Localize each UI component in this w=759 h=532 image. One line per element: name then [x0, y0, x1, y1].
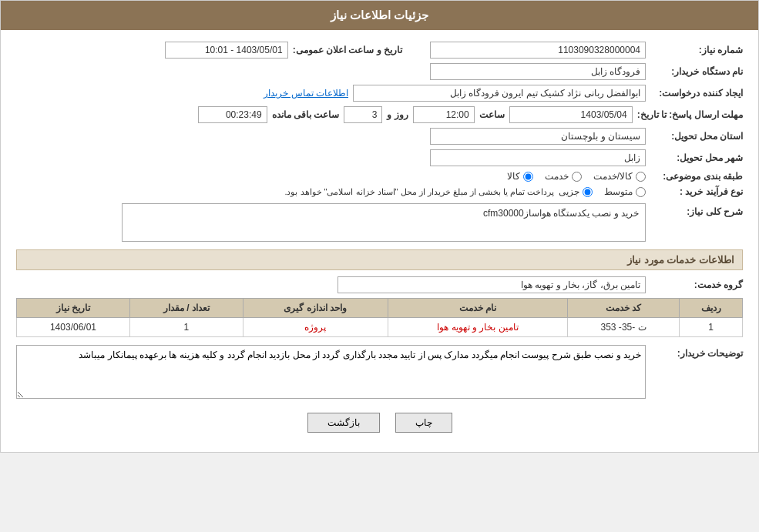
row-buyer-notes: توضیحات خریدار:	[16, 345, 743, 401]
need-number-value: 1103090328000004	[430, 42, 646, 59]
radio-goods-label: کالا	[507, 171, 520, 182]
reply-time-label: ساعت	[479, 109, 505, 120]
city-value: زابل	[430, 149, 646, 166]
page-content: شماره نیاز: 1103090328000004 تاریخ و ساع…	[1, 30, 758, 452]
cell-date: 1403/06/01	[17, 318, 130, 337]
col-row: ردیف	[680, 299, 743, 318]
need-description-label: شرح کلی نیاز:	[650, 206, 743, 217]
remaining-value: 00:23:49	[198, 106, 267, 123]
announce-value: 1403/05/01 - 10:01	[165, 42, 288, 59]
buyer-station-label: نام دستگاه خریدار:	[650, 66, 743, 77]
province-value: سیستان و بلوچستان	[430, 128, 646, 145]
reply-days-label: روز و	[387, 109, 408, 120]
print-button[interactable]: چاپ	[395, 413, 452, 433]
province-label: استان محل تحویل:	[650, 131, 743, 142]
buyer-station-value: فرودگاه زابل	[430, 63, 646, 80]
cell-row: 1	[680, 318, 743, 337]
col-code: کد خدمت	[568, 299, 680, 318]
radio-medium-input[interactable]	[636, 187, 646, 197]
row-service-group: گروه خدمت: تامین برق، گاز، بخار و تهویه …	[16, 276, 743, 293]
need-number-label: شماره نیاز:	[650, 45, 743, 55]
remaining-label: ساعت باقی مانده	[272, 109, 340, 120]
row-buyer-station: نام دستگاه خریدار: فرودگاه زابل	[16, 63, 743, 80]
need-description-container: خرید و نصب یکدستگاه هواسازcfm30000	[16, 203, 646, 242]
radio-service[interactable]: خدمت	[545, 171, 582, 182]
row-purchase-type: نوع فرآیند خرید : متوسط جزیی پرداخت تمام…	[16, 186, 743, 197]
radio-service-input[interactable]	[572, 172, 582, 182]
col-quantity: تعداد / مقدار	[129, 299, 243, 318]
col-unit: واحد اندازه گیری	[243, 299, 388, 318]
cell-service: تامین بخار و تهویه هوا	[388, 318, 567, 337]
col-service: نام خدمت	[388, 299, 567, 318]
radio-goods-input[interactable]	[523, 172, 533, 182]
radio-goods-service-input[interactable]	[636, 172, 646, 182]
page-header: جزئیات اطلاعات نیاز	[1, 1, 758, 30]
service-group-label: گروه خدمت:	[650, 279, 743, 290]
radio-partial-label: جزیی	[559, 186, 579, 197]
purchase-type-note: پرداخت تمام یا بخشی از مبلغ خریدار از مح…	[284, 187, 554, 197]
row-need-number: شماره نیاز: 1103090328000004 تاریخ و ساع…	[16, 42, 743, 59]
need-description-value: خرید و نصب یکدستگاه هواسازcfm30000	[122, 203, 646, 242]
radio-medium[interactable]: متوسط	[604, 186, 646, 197]
radio-goods-service[interactable]: کالا/خدمت	[593, 171, 646, 182]
col-date: تاریخ نیاز	[17, 299, 130, 318]
main-container: جزئیات اطلاعات نیاز شماره نیاز: 11030903…	[0, 0, 759, 453]
buyer-notes-textarea[interactable]	[16, 345, 646, 399]
services-table: ردیف کد خدمت نام خدمت واحد اندازه گیری ت…	[16, 298, 743, 337]
row-city: شهر محل تحویل: زابل	[16, 149, 743, 166]
row-province: استان محل تحویل: سیستان و بلوچستان	[16, 128, 743, 145]
requester-label: ایجاد کننده درخواست:	[650, 88, 743, 99]
buttons-row: چاپ بازگشت	[16, 413, 743, 433]
reply-date-value: 1403/05/04	[509, 106, 633, 123]
row-category: طبقه بندی موضوعی: کالا/خدمت خدمت کالا	[16, 171, 743, 182]
cell-code: ت -35- 353	[568, 318, 680, 337]
row-requester: ایجاد کننده درخواست: ابوالفضل ربانی نژاد…	[16, 85, 743, 102]
table-row: 1 ت -35- 353 تامین بخار و تهویه هوا پروژ…	[17, 318, 743, 337]
row-need-description: شرح کلی نیاز: خرید و نصب یکدستگاه هواساز…	[16, 203, 743, 242]
radio-medium-label: متوسط	[604, 186, 633, 197]
purchase-type-label: نوع فرآیند خرید :	[650, 186, 743, 197]
radio-partial-input[interactable]	[583, 187, 593, 197]
back-button[interactable]: بازگشت	[307, 413, 380, 433]
purchase-type-radio-group: متوسط جزیی	[559, 186, 646, 197]
category-label: طبقه بندی موضوعی:	[650, 171, 743, 182]
service-group-value: تامین برق، گاز، بخار و تهویه هوا	[338, 276, 646, 293]
buyer-notes-container	[16, 345, 646, 401]
radio-service-label: خدمت	[545, 171, 569, 182]
services-section-title: اطلاعات خدمات مورد نیاز	[16, 249, 743, 270]
header-title: جزئیات اطلاعات نیاز	[331, 8, 428, 22]
requester-value: ابوالفضل ربانی نژاد کشیک تیم ایرون فرودگ…	[353, 85, 646, 102]
announce-label: تاریخ و ساعت اعلان عمومی:	[293, 45, 402, 55]
radio-partial[interactable]: جزیی	[559, 186, 593, 197]
city-label: شهر محل تحویل:	[650, 152, 743, 163]
contact-link[interactable]: اطلاعات تماس خریدار	[264, 88, 348, 99]
radio-goods-service-label: کالا/خدمت	[593, 171, 633, 182]
row-reply-deadline: مهلت ارسال پاسخ: تا تاریخ: 1403/05/04 سا…	[16, 106, 743, 123]
reply-days-value: 3	[344, 106, 382, 123]
buyer-notes-label: توضیحات خریدار:	[650, 348, 743, 359]
services-table-container: ردیف کد خدمت نام خدمت واحد اندازه گیری ت…	[16, 298, 743, 337]
category-radio-group: کالا/خدمت خدمت کالا	[507, 171, 646, 182]
cell-quantity: 1	[129, 318, 243, 337]
reply-deadline-label: مهلت ارسال پاسخ: تا تاریخ:	[637, 109, 743, 120]
radio-goods[interactable]: کالا	[507, 171, 533, 182]
reply-time-value: 12:00	[413, 106, 475, 123]
cell-unit: پروژه	[243, 318, 388, 337]
